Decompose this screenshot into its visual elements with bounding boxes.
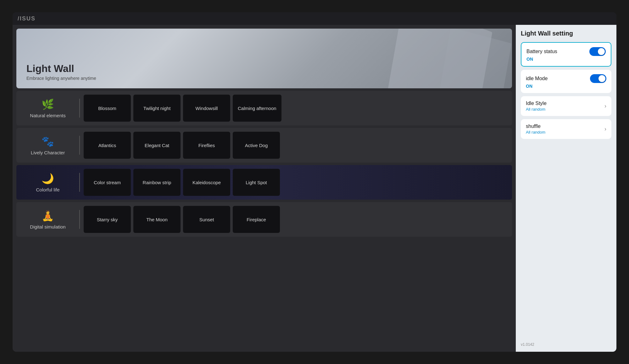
item-the-moon[interactable]: The Moon bbox=[133, 206, 181, 233]
item-fireplace[interactable]: Fireplace bbox=[233, 206, 280, 233]
idle-mode-row: idle Mode bbox=[526, 74, 606, 83]
category-label-lively: 🐾 Lively Character bbox=[16, 132, 79, 159]
battery-status-label: Battery status bbox=[526, 49, 557, 54]
idle-style-label: Idle Style bbox=[526, 101, 547, 106]
idle-style-row: Idle Style All random › bbox=[526, 101, 606, 112]
lively-icon: 🐾 bbox=[42, 135, 54, 147]
battery-status-value: ON bbox=[526, 57, 606, 62]
shuffle-value: All random bbox=[526, 130, 545, 135]
idle-mode-value: ON bbox=[526, 84, 606, 89]
hero-title: Light Wall bbox=[26, 63, 96, 74]
item-sunset[interactable]: Sunset bbox=[183, 206, 230, 233]
main-content: Light Wall Embrace lighting anywhere any… bbox=[13, 25, 616, 352]
shuffle-label: shuffle bbox=[526, 124, 545, 129]
category-row-natural: 🌿 Natural elements Blossom Twilight nigh… bbox=[16, 91, 512, 125]
item-rainbow-strip[interactable]: Rainbow strip bbox=[133, 169, 181, 196]
panel-title: Light Wall setting bbox=[521, 30, 611, 37]
item-elegant-cat[interactable]: Elegant Cat bbox=[133, 132, 181, 159]
item-twilight-night[interactable]: Twilight night bbox=[133, 95, 181, 122]
natural-items-scroll: Blossom Twilight night Windowsill Calmin… bbox=[80, 91, 512, 125]
left-panel: Light Wall Embrace lighting anywhere any… bbox=[13, 25, 516, 352]
item-blossom[interactable]: Blossom bbox=[84, 95, 131, 122]
categories-area: 🌿 Natural elements Blossom Twilight nigh… bbox=[13, 88, 516, 352]
shuffle-text: shuffle All random bbox=[526, 124, 545, 135]
natural-name: Natural elements bbox=[30, 113, 65, 118]
shuffle-row: shuffle All random › bbox=[526, 124, 606, 135]
category-row-lively: 🐾 Lively Character Atlantics Elegant Cat… bbox=[16, 128, 512, 163]
app-container: /ISUS Light Wall Embrace lighting anywhe… bbox=[13, 12, 616, 352]
item-windowsill[interactable]: Windowsill bbox=[183, 95, 230, 122]
hero-subtitle: Embrace lighting anywhere anytime bbox=[26, 76, 96, 81]
shuffle-chevron-icon: › bbox=[604, 126, 606, 132]
battery-status-toggle[interactable] bbox=[589, 47, 606, 56]
category-label-digital: 🧘 Digital simulation bbox=[16, 206, 79, 233]
category-label-colorful: 🌙 Colorful life bbox=[16, 169, 79, 196]
title-bar: /ISUS bbox=[13, 12, 616, 25]
hero-text: Light Wall Embrace lighting anywhere any… bbox=[26, 63, 96, 81]
lively-name: Lively Character bbox=[31, 150, 65, 155]
item-fireflies[interactable]: Fireflies bbox=[183, 132, 230, 159]
battery-status-card: Battery status ON bbox=[521, 42, 611, 67]
asus-logo: /ISUS bbox=[18, 15, 36, 22]
category-label-natural: 🌿 Natural elements bbox=[16, 95, 79, 122]
digital-name: Digital simulation bbox=[30, 224, 65, 229]
idle-style-value: All random bbox=[526, 107, 547, 112]
colorful-items-scroll: Color stream Rainbow strip Kaleidoscope … bbox=[80, 165, 512, 200]
digital-items-scroll: Starry sky The Moon Sunset Fireplace bbox=[80, 202, 512, 237]
version-text: v1.0142 bbox=[521, 340, 611, 347]
idle-mode-slider bbox=[590, 74, 606, 83]
battery-status-slider bbox=[589, 47, 606, 56]
natural-icon: 🌿 bbox=[42, 98, 54, 110]
item-active-dog[interactable]: Active Dog bbox=[233, 132, 280, 159]
digital-icon: 🧘 bbox=[42, 210, 54, 222]
idle-style-chevron-icon: › bbox=[604, 103, 606, 109]
item-kaleidoscope[interactable]: Kaleidoscope bbox=[183, 169, 230, 196]
idle-style-card[interactable]: Idle Style All random › bbox=[521, 96, 611, 116]
shuffle-card[interactable]: shuffle All random › bbox=[521, 119, 611, 139]
idle-mode-card: idle Mode ON bbox=[521, 70, 611, 93]
item-color-stream[interactable]: Color stream bbox=[84, 169, 131, 196]
idle-style-text: Idle Style All random bbox=[526, 101, 547, 112]
category-row-colorful: 🌙 Colorful life Color stream Rainbow str… bbox=[16, 165, 512, 200]
idle-mode-toggle[interactable] bbox=[590, 74, 606, 83]
colorful-name: Colorful life bbox=[36, 187, 59, 192]
item-calming-afternoon[interactable]: Calming afternoon bbox=[233, 95, 281, 122]
battery-status-row: Battery status bbox=[526, 47, 606, 56]
item-light-spot[interactable]: Light Spot bbox=[233, 169, 280, 196]
hero-banner: Light Wall Embrace lighting anywhere any… bbox=[16, 29, 512, 88]
right-panel: Light Wall setting Battery status ON idl… bbox=[516, 25, 616, 352]
item-atlantics[interactable]: Atlantics bbox=[84, 132, 131, 159]
lively-items-scroll: Atlantics Elegant Cat Fireflies Active D… bbox=[80, 128, 512, 163]
item-starry-sky[interactable]: Starry sky bbox=[84, 206, 131, 233]
colorful-icon: 🌙 bbox=[42, 173, 54, 185]
idle-mode-label: idle Mode bbox=[526, 76, 548, 81]
category-row-digital: 🧘 Digital simulation Starry sky The Moon… bbox=[16, 202, 512, 237]
